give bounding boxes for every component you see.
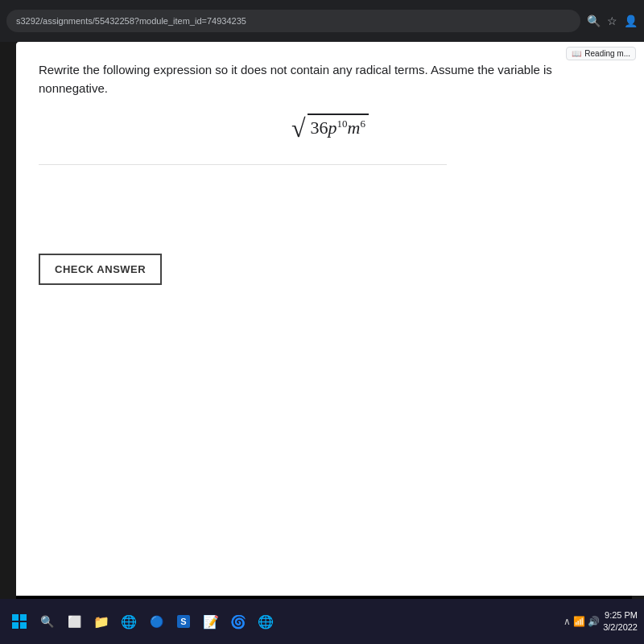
taskbar-left: 🔍 ⬜ 📁 🌐 🔵 S 📝 🌀 🌐 bbox=[6, 609, 279, 634]
taskbar-app3-button[interactable]: 🌀 bbox=[225, 609, 251, 634]
math-exp1: 10 bbox=[337, 118, 348, 130]
radical-content: 36p10m6 bbox=[308, 114, 369, 140]
edge-browser-button[interactable]: 🌐 bbox=[116, 609, 142, 634]
svg-rect-3 bbox=[20, 622, 27, 629]
check-answer-button[interactable]: CHECK ANSWER bbox=[39, 254, 162, 285]
chrome-icon: 🔵 bbox=[150, 615, 163, 628]
taskbar-app1-button[interactable]: S bbox=[171, 609, 196, 634]
math-expression: √ 36p10m6 bbox=[39, 114, 621, 140]
file-explorer-button[interactable]: 📁 bbox=[89, 609, 114, 634]
math-var2: m bbox=[348, 118, 361, 138]
reading-mode-badge[interactable]: 📖 Reading m... bbox=[566, 47, 636, 60]
windows-start-button[interactable] bbox=[6, 609, 32, 634]
taskbar-app2-button[interactable]: 📝 bbox=[198, 609, 224, 634]
file-explorer-icon: 📁 bbox=[93, 614, 109, 630]
dark-left-panel bbox=[0, 42, 16, 599]
section-divider bbox=[39, 164, 447, 165]
radical-symbol: √ bbox=[291, 115, 306, 141]
time-display: 9:25 PM 3/2/2022 bbox=[603, 609, 638, 634]
taskbar-app1-icon: S bbox=[177, 615, 189, 628]
clock-time: 9:25 PM bbox=[603, 609, 638, 621]
url-bar[interactable]: s3292/assignments/55432258?module_item_i… bbox=[6, 10, 580, 32]
task-view-button[interactable]: ⬜ bbox=[61, 609, 87, 634]
profile-icon[interactable]: 👤 bbox=[624, 14, 638, 27]
reading-mode-label: Reading m... bbox=[584, 49, 630, 58]
main-content: Rewrite the following expression so it d… bbox=[16, 42, 644, 596]
bookmark-icon[interactable]: ☆ bbox=[607, 14, 617, 27]
task-view-icon: ⬜ bbox=[68, 615, 81, 628]
answer-area[interactable] bbox=[39, 189, 621, 237]
edge-icon: 🌐 bbox=[121, 614, 137, 630]
browser-icons: 🔍 ☆ 👤 bbox=[587, 14, 638, 27]
url-text: s3292/assignments/55432258?module_item_i… bbox=[16, 16, 246, 26]
radical-wrapper: √ 36p10m6 bbox=[291, 114, 369, 140]
math-var1: p bbox=[328, 118, 337, 138]
question-text: Rewrite the following expression so it d… bbox=[39, 61, 621, 97]
math-coefficient: 36 bbox=[311, 118, 328, 138]
clock-date: 3/2/2022 bbox=[603, 621, 638, 634]
svg-rect-2 bbox=[12, 622, 19, 629]
taskbar-app4-icon: 🌐 bbox=[258, 614, 274, 630]
taskbar-app4-button[interactable]: 🌐 bbox=[253, 609, 279, 634]
svg-rect-0 bbox=[12, 614, 19, 621]
svg-rect-1 bbox=[20, 614, 27, 621]
taskbar-app2-icon: 📝 bbox=[203, 614, 219, 630]
system-tray-icons: ∧ 📶 🔊 bbox=[564, 616, 601, 627]
taskbar-right: ∧ 📶 🔊 9:25 PM 3/2/2022 bbox=[564, 609, 638, 634]
math-exp2: 6 bbox=[360, 118, 365, 130]
search-taskbar-button[interactable]: 🔍 bbox=[34, 609, 60, 634]
taskbar-app3-icon: 🌀 bbox=[230, 614, 246, 630]
taskbar: 🔍 ⬜ 📁 🌐 🔵 S 📝 🌀 🌐 ∧ 📶 🔊 9:25 bbox=[0, 599, 644, 644]
search-icon[interactable]: 🔍 bbox=[587, 14, 601, 27]
content-inner: Rewrite the following expression so it d… bbox=[16, 42, 644, 596]
browser-chrome: s3292/assignments/55432258?module_item_i… bbox=[0, 0, 644, 42]
reading-mode-icon: 📖 bbox=[572, 49, 581, 58]
search-taskbar-icon: 🔍 bbox=[40, 615, 54, 628]
chrome-button[interactable]: 🔵 bbox=[143, 609, 169, 634]
